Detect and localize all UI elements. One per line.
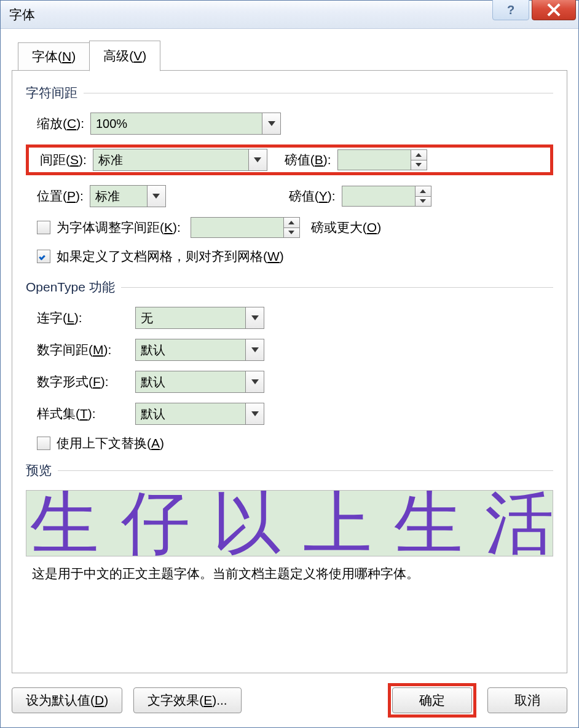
- tabpage-advanced: 字符间距 缩放(C): 100% 间距(S): 标准 磅值(B):: [12, 70, 567, 673]
- scale-label: 缩放(C):: [37, 115, 84, 132]
- numforms-combo[interactable]: 默认: [135, 371, 264, 393]
- spinner-down-icon[interactable]: [284, 228, 299, 238]
- spinner-up-icon[interactable]: [416, 186, 431, 197]
- dropdown-arrow-icon: [245, 307, 264, 328]
- kerning-label: 为字体调整字间距(K):: [57, 219, 181, 236]
- dropdown-arrow-icon: [245, 339, 264, 360]
- contextual-label: 使用上下文替换(A): [57, 435, 164, 452]
- numspacing-label: 数字间距(M):: [37, 341, 129, 358]
- position-points-label: 磅值(Y):: [289, 188, 336, 205]
- ok-button[interactable]: 确定: [392, 687, 472, 713]
- position-combo[interactable]: 标准: [90, 185, 166, 207]
- help-button[interactable]: [492, 0, 529, 20]
- tab-font[interactable]: 字体(N): [18, 42, 90, 71]
- kerning-points-spinner[interactable]: [191, 217, 300, 238]
- ligatures-label: 连字(L):: [37, 309, 129, 326]
- row-numforms: 数字形式(F): 默认: [37, 371, 553, 393]
- spacing-points-label: 磅值(B):: [285, 151, 331, 168]
- highlight-ok-button: 确定: [388, 683, 476, 718]
- numspacing-combo[interactable]: 默认: [135, 339, 264, 361]
- scale-combo[interactable]: 100%: [90, 113, 281, 135]
- snap-grid-label: 如果定义了文档网格，则对齐到网格(W): [57, 248, 284, 265]
- tabstrip: 字体(N) 高级(V): [18, 40, 567, 71]
- styleset-label: 样式集(T):: [37, 405, 129, 422]
- contextual-checkbox[interactable]: [37, 437, 50, 450]
- font-dialog: 字体 字体(N) 高级(V) 字符间距 缩放(C):: [0, 0, 579, 728]
- titlebar: 字体: [1, 1, 578, 29]
- tab-advanced[interactable]: 高级(V): [89, 41, 160, 71]
- preview-description: 这是用于中文的正文主题字体。当前文档主题定义将使用哪种字体。: [32, 565, 553, 582]
- ligatures-combo[interactable]: 无: [135, 307, 264, 329]
- row-snap-grid: 如果定义了文档网格，则对齐到网格(W): [37, 248, 553, 265]
- position-label: 位置(P):: [37, 188, 84, 205]
- cancel-button[interactable]: 取消: [487, 687, 567, 713]
- dropdown-arrow-icon: [147, 186, 165, 207]
- dropdown-arrow-icon: [262, 113, 280, 134]
- close-button[interactable]: [532, 0, 576, 20]
- spacing-label: 间距(S):: [40, 151, 87, 168]
- preview-box: 生仔以上生活以: [26, 490, 553, 556]
- group-opentype-header: OpenType 功能: [26, 279, 553, 296]
- set-default-button[interactable]: 设为默认值(D): [12, 687, 122, 713]
- dropdown-arrow-icon: [248, 149, 267, 170]
- row-position: 位置(P): 标准 磅值(Y):: [37, 185, 553, 207]
- dialog-body: 字体(N) 高级(V) 字符间距 缩放(C): 100% 间距(S):: [1, 29, 578, 673]
- dialog-footer: 设为默认值(D) 文字效果(E)... 确定 取消: [1, 673, 578, 727]
- kerning-checkbox[interactable]: [37, 221, 50, 234]
- spinner-up-icon[interactable]: [284, 218, 299, 228]
- group-preview-header: 预览: [26, 462, 553, 479]
- window-title: 字体: [9, 6, 35, 23]
- row-contextual: 使用上下文替换(A): [37, 435, 553, 452]
- spinner-down-icon[interactable]: [411, 160, 427, 170]
- highlight-spacing-row: 间距(S): 标准 磅值(B):: [26, 144, 553, 175]
- group-spacing-header: 字符间距: [26, 84, 553, 101]
- spacing-combo[interactable]: 标准: [93, 149, 267, 171]
- styleset-combo[interactable]: 默认: [135, 403, 264, 425]
- spinner-down-icon[interactable]: [416, 197, 431, 207]
- row-scale: 缩放(C): 100%: [37, 113, 553, 135]
- spinner-up-icon[interactable]: [411, 150, 427, 160]
- dropdown-arrow-icon: [245, 371, 264, 392]
- spacing-points-spinner[interactable]: [337, 149, 427, 170]
- close-icon: [547, 3, 561, 17]
- kerning-suffix-label: 磅或更大(O): [311, 219, 381, 236]
- window-controls: [492, 0, 578, 20]
- dropdown-arrow-icon: [245, 403, 264, 424]
- numforms-label: 数字形式(F):: [37, 373, 129, 390]
- row-styleset: 样式集(T): 默认: [37, 403, 553, 425]
- row-numspacing: 数字间距(M): 默认: [37, 339, 553, 361]
- position-points-spinner[interactable]: [342, 186, 431, 207]
- row-ligatures: 连字(L): 无: [37, 307, 553, 329]
- row-kerning: 为字体调整字间距(K): 磅或更大(O): [37, 217, 553, 238]
- snap-grid-checkbox[interactable]: [37, 250, 50, 263]
- text-effects-button[interactable]: 文字效果(E)...: [133, 687, 242, 713]
